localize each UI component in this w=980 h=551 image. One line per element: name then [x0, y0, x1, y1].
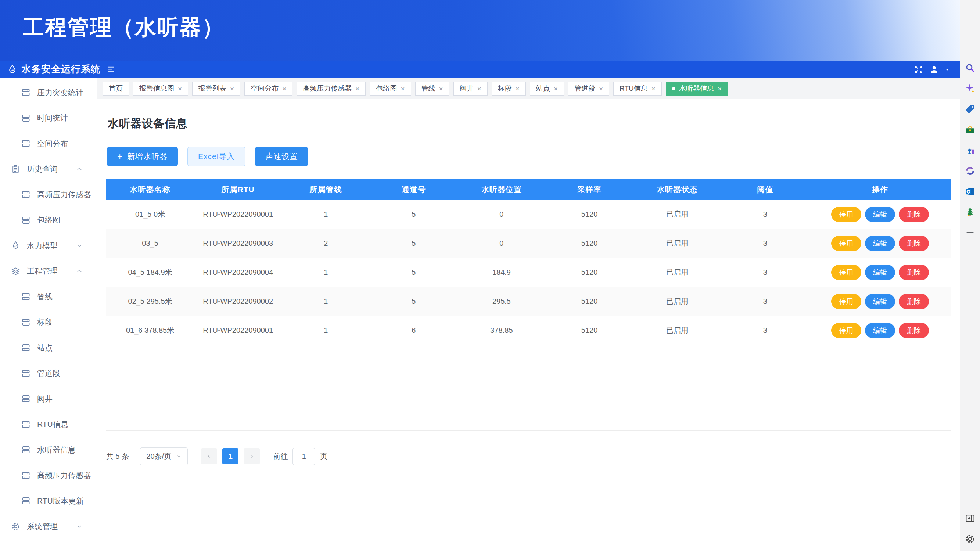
table-cell: RTU-WP2022090003: [194, 229, 282, 258]
goto-page-input[interactable]: [293, 448, 315, 465]
shopping-tag-icon[interactable]: [964, 103, 975, 114]
tab-spatial-distribution[interactable]: 空间分布×: [244, 81, 293, 95]
col-rtu: 所属RTU: [194, 179, 282, 200]
tab-section[interactable]: 标段×: [492, 81, 526, 95]
table-cell: 5120: [545, 229, 633, 258]
close-icon[interactable]: ×: [178, 85, 182, 92]
page-size-select[interactable]: 20条/页: [140, 448, 188, 465]
tab-station[interactable]: 站点×: [530, 81, 564, 95]
outlook-icon[interactable]: [964, 186, 975, 197]
menu-collapse-icon[interactable]: [107, 65, 116, 74]
col-pipeline: 所属管线: [282, 179, 370, 200]
close-icon[interactable]: ×: [477, 85, 481, 92]
copilot-sparkle-icon[interactable]: [964, 83, 975, 94]
active-dot: [672, 87, 675, 91]
sidebar-item-pressure-mutation-stats[interactable]: 压力突变统计: [0, 80, 97, 105]
fullscreen-icon[interactable]: [913, 64, 924, 75]
search-icon[interactable]: [964, 62, 975, 73]
chevron-down-icon[interactable]: [944, 67, 950, 72]
tab-hydrophone-info-active[interactable]: 水听器信息×: [666, 81, 728, 95]
close-icon[interactable]: ×: [718, 85, 722, 92]
prev-page-button[interactable]: [201, 448, 217, 464]
delete-button[interactable]: 删除: [899, 236, 929, 251]
sidebar-group-engineering-management[interactable]: 工程管理: [0, 259, 97, 284]
tab-label: 站点: [536, 84, 550, 93]
toolbox-icon[interactable]: [964, 124, 975, 135]
sidebar-item-rtu-info[interactable]: RTU信息: [0, 412, 97, 438]
tab-home[interactable]: 首页: [102, 81, 129, 95]
tab-pipeline[interactable]: 管线×: [415, 81, 449, 95]
tab-hf-pressure-sensor[interactable]: 高频压力传感器×: [296, 81, 366, 95]
tree-icon[interactable]: [964, 206, 975, 218]
disable-button[interactable]: 停用: [831, 294, 861, 309]
edit-button[interactable]: 编辑: [865, 294, 895, 309]
edit-button[interactable]: 编辑: [865, 236, 895, 251]
sidebar-item-pipe-segment[interactable]: 管道段: [0, 361, 97, 386]
card-icon: [21, 138, 31, 148]
close-icon[interactable]: ×: [355, 85, 360, 92]
sound-speed-settings-button[interactable]: 声速设置: [255, 146, 308, 167]
tab-rtu-info[interactable]: RTU信息×: [613, 81, 662, 95]
close-icon[interactable]: ×: [515, 85, 520, 92]
content-area: 水听器设备信息 +新增水听器 Excel导入 声速设置 水听器名称: [97, 99, 960, 551]
sidebar-item-hf-pressure-sensor-history[interactable]: 高频压力传感器: [0, 182, 97, 208]
page-title: 水听器设备信息: [108, 116, 951, 131]
sidebar-item-spatial-distribution[interactable]: 空间分布: [0, 131, 97, 157]
user-avatar-icon[interactable]: [929, 65, 939, 74]
sidebar-item-label: 工程管理: [27, 266, 58, 276]
edit-button[interactable]: 编辑: [865, 207, 895, 222]
table-cell: 378.85: [458, 316, 545, 345]
open-sidebar-icon[interactable]: [964, 513, 975, 524]
close-icon[interactable]: ×: [439, 85, 443, 92]
close-icon[interactable]: ×: [554, 85, 558, 92]
tab-pipe-segment[interactable]: 管道段×: [568, 81, 609, 95]
delete-button[interactable]: 删除: [899, 265, 929, 280]
close-icon[interactable]: ×: [230, 85, 234, 92]
tab-valve-well[interactable]: 阀井×: [453, 81, 488, 95]
add-hydrophone-button[interactable]: +新增水听器: [107, 146, 178, 167]
disable-button[interactable]: 停用: [831, 323, 861, 338]
sidebar-group-hydraulic-model[interactable]: 水力模型: [0, 233, 97, 259]
tab-alarm-list[interactable]: 报警列表×: [192, 81, 240, 95]
delete-button[interactable]: 删除: [899, 323, 929, 338]
excel-import-button[interactable]: Excel导入: [188, 146, 245, 167]
sidebar-item-hf-pressure-sensor[interactable]: 高频压力传感器: [0, 463, 97, 489]
sidebar-item-hydrophone-info[interactable]: 水听器信息: [0, 437, 97, 463]
delete-button[interactable]: 删除: [899, 207, 929, 222]
disable-button[interactable]: 停用: [831, 265, 861, 280]
disable-button[interactable]: 停用: [831, 207, 861, 222]
sidebar-item-pipeline[interactable]: 管线: [0, 284, 97, 310]
table-cell: 5: [370, 258, 458, 287]
close-icon[interactable]: ×: [282, 85, 286, 92]
tab-label: 报警列表: [199, 84, 226, 93]
disable-button[interactable]: 停用: [831, 236, 861, 251]
close-icon[interactable]: ×: [401, 85, 404, 92]
sidebar-item-section[interactable]: 标段: [0, 310, 97, 335]
sidebar-item-rtu-version-update[interactable]: RTU版本更新: [0, 488, 97, 514]
card-icon: [21, 496, 31, 506]
sidebar-item-valve-well[interactable]: 阀井: [0, 386, 97, 412]
sidebar-item-time-stats[interactable]: 时间统计: [0, 105, 97, 131]
card-icon: [21, 368, 31, 378]
next-page-button[interactable]: [243, 448, 260, 464]
sidebar-group-history-query[interactable]: 历史查询: [0, 157, 97, 182]
sidebar-item-station[interactable]: 站点: [0, 335, 97, 361]
microsoft-365-icon[interactable]: [964, 165, 975, 176]
page-number-button[interactable]: 1: [222, 448, 239, 464]
card-icon: [21, 292, 31, 302]
edit-button[interactable]: 编辑: [865, 265, 895, 280]
card-icon: [21, 470, 31, 481]
tab-alarm-info-map[interactable]: 报警信息图×: [133, 81, 188, 95]
tab-label: 高频压力传感器: [303, 84, 352, 93]
tab-envelope-diagram[interactable]: 包络图×: [370, 81, 411, 95]
delete-button[interactable]: 删除: [899, 294, 929, 309]
close-icon[interactable]: ×: [599, 85, 603, 92]
settings-gear-icon[interactable]: [964, 534, 975, 545]
add-icon[interactable]: [964, 227, 975, 238]
games-icon[interactable]: [964, 145, 975, 156]
sidebar-item-envelope-diagram[interactable]: 包络图: [0, 208, 97, 233]
sidebar-group-system-management[interactable]: 系统管理: [0, 514, 97, 540]
edit-button[interactable]: 编辑: [865, 323, 895, 338]
card-icon: [21, 445, 31, 455]
close-icon[interactable]: ×: [652, 85, 655, 92]
